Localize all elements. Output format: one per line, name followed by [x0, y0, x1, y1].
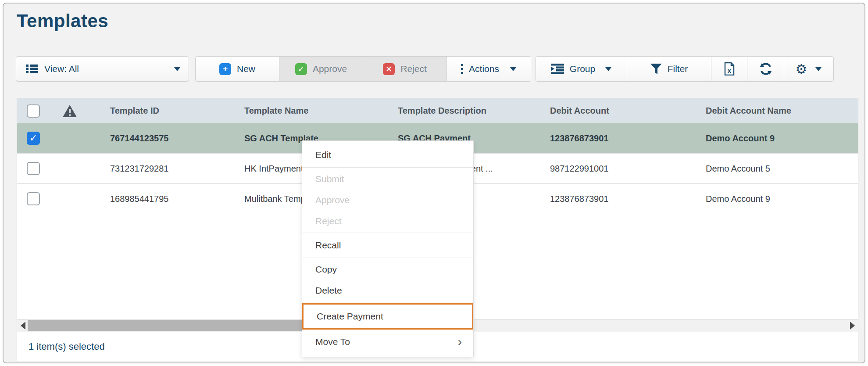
table-header-row: Template ID Template Name Template Descr…: [17, 98, 858, 123]
new-button-label: New: [237, 64, 255, 74]
chevron-down-icon: [605, 67, 612, 71]
refresh-icon: [759, 62, 772, 75]
main-button-group: + New ✓ Approve ✕ Reject Actions: [195, 56, 531, 82]
cell-template-id: 767144123575: [92, 133, 244, 144]
cell-debit-account: 987122991001: [550, 164, 706, 174]
screen: Templates View: All + New ✓ Approve ✕: [0, 0, 868, 366]
filter-button[interactable]: Filter: [627, 57, 711, 81]
column-header-template-description[interactable]: Template Description: [398, 106, 550, 116]
page-title: Templates: [17, 11, 108, 32]
check-icon: ✓: [295, 63, 307, 75]
warning-triangle-icon: [62, 104, 77, 118]
chevron-down-icon: [174, 67, 181, 71]
cell-debit-account-name: Demo Account 5: [706, 164, 858, 174]
column-header-template-id[interactable]: Template ID: [92, 106, 244, 116]
menu-divider: [302, 233, 473, 233]
cell-debit-account: 123876873901: [550, 194, 706, 204]
cell-debit-account-name: Demo Account 9: [706, 194, 858, 204]
outdent-list-icon: [551, 64, 564, 74]
context-menu: Edit Submit Approve Reject Recall Copy D…: [302, 140, 474, 357]
filter-button-label: Filter: [668, 64, 688, 74]
cell-template-id: 731231729281: [92, 164, 244, 174]
menu-divider: [302, 302, 473, 302]
right-button-group: Group Filter x: [536, 56, 834, 82]
menu-divider: [302, 167, 473, 168]
funnel-icon: [650, 64, 662, 74]
actions-dropdown[interactable]: Actions: [447, 57, 531, 81]
approve-button-label: Approve: [313, 64, 347, 74]
menu-item-move-to[interactable]: Move To ›: [302, 330, 473, 354]
menu-item-approve[interactable]: Approve: [302, 190, 473, 211]
reject-button-label: Reject: [400, 64, 427, 74]
templates-page: Templates View: All + New ✓ Approve ✕: [3, 3, 865, 363]
approve-button[interactable]: ✓ Approve: [279, 57, 363, 81]
column-header-debit-account[interactable]: Debit Account: [550, 106, 706, 116]
cell-template-id: 168985441795: [92, 194, 244, 204]
menu-item-submit[interactable]: Submit: [302, 169, 473, 190]
menu-item-edit[interactable]: Edit: [302, 144, 473, 166]
row-checkbox[interactable]: ✓: [27, 132, 40, 145]
refresh-button[interactable]: [747, 57, 784, 81]
x-icon: ✕: [383, 63, 395, 75]
menu-item-reject[interactable]: Reject: [302, 211, 473, 232]
plus-icon: +: [219, 63, 231, 75]
menu-item-create-payment[interactable]: Create Payment: [302, 303, 473, 330]
select-all-checkbox[interactable]: [27, 104, 40, 118]
export-excel-button[interactable]: x: [711, 57, 747, 81]
group-dropdown[interactable]: Group: [536, 57, 627, 81]
svg-text:x: x: [727, 67, 731, 74]
view-dropdown-label: View: All: [44, 64, 79, 74]
excel-file-icon: x: [724, 62, 735, 75]
menu-divider: [302, 258, 473, 258]
chevron-down-icon: [815, 67, 822, 71]
new-button[interactable]: + New: [196, 57, 279, 81]
selection-count: 1 item(s) selected: [29, 341, 105, 352]
menu-item-delete[interactable]: Delete: [302, 280, 473, 301]
kebab-icon: [461, 64, 463, 74]
chevron-right-icon: ›: [458, 336, 462, 348]
menu-item-move-to-label: Move To: [315, 337, 350, 347]
view-dropdown[interactable]: View: All: [16, 56, 189, 82]
arrow-right-icon[interactable]: [847, 319, 857, 332]
chevron-down-icon: [510, 67, 517, 71]
cell-debit-account-name: Demo Account 9: [706, 133, 858, 144]
reject-button[interactable]: ✕ Reject: [363, 57, 447, 81]
row-checkbox[interactable]: [27, 192, 40, 205]
list-icon: [26, 64, 38, 74]
group-dropdown-label: Group: [570, 64, 595, 74]
row-checkbox[interactable]: [27, 162, 40, 175]
arrow-left-icon[interactable]: [18, 319, 28, 332]
menu-item-recall[interactable]: Recall: [302, 234, 473, 257]
settings-dropdown[interactable]: ⚙: [784, 57, 833, 81]
cell-debit-account: 123876873901: [550, 133, 706, 144]
gear-icon: ⚙: [796, 61, 807, 77]
column-header-template-name[interactable]: Template Name: [244, 106, 398, 116]
actions-dropdown-label: Actions: [469, 64, 499, 74]
column-header-debit-account-name[interactable]: Debit Account Name: [706, 106, 858, 116]
menu-item-copy[interactable]: Copy: [302, 259, 473, 280]
